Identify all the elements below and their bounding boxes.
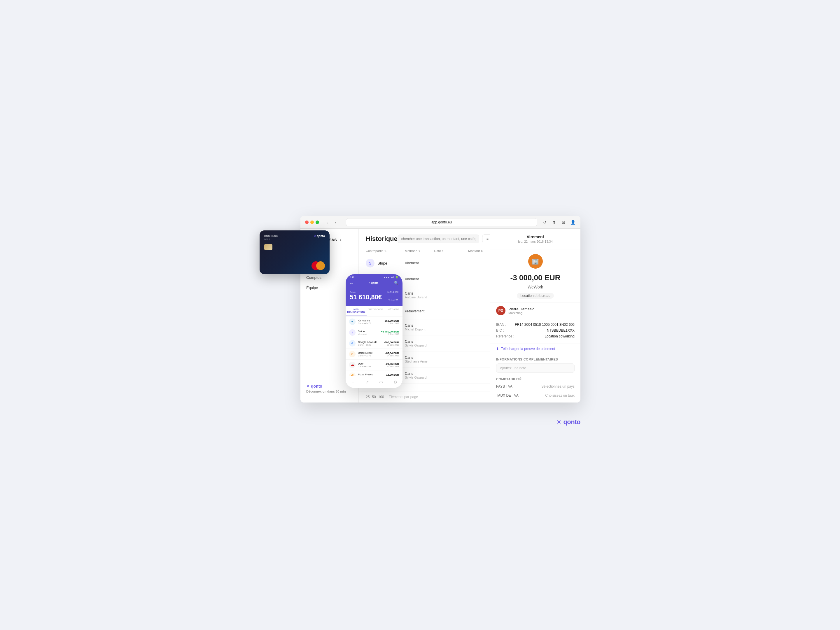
panel-user: PD Pierre Damasio Marketing bbox=[490, 302, 580, 319]
url-bar[interactable]: app.qonto.eu bbox=[346, 218, 537, 226]
refresh-icon[interactable]: ↺ bbox=[542, 219, 548, 225]
col-methode[interactable]: Méthode ⇅ bbox=[405, 249, 434, 253]
page-100[interactable]: 100 bbox=[378, 395, 384, 399]
phone-nav-settings[interactable]: ⚙ bbox=[391, 379, 399, 385]
mastercard-logo bbox=[311, 261, 325, 270]
traffic-light-red[interactable] bbox=[305, 221, 309, 224]
tx-right-google: -500,00 EUR 29 janv. 2018 bbox=[384, 341, 399, 346]
mobile-phone: 8:41 ▲▲▲ wifi 🔋 --- ✕ qonto 🔍 Solde + bbox=[346, 274, 403, 388]
section-compta-title: COMPTABILITÉ bbox=[490, 374, 580, 382]
list-item[interactable]: S Stripe Virement +8 750,00 EUR 2 févr. … bbox=[346, 327, 403, 338]
user-role: Marketing bbox=[508, 311, 575, 315]
page-25[interactable]: 25 bbox=[366, 395, 369, 399]
stripe-label: Stripe bbox=[377, 261, 387, 265]
phone-signal-icon: ▲▲▲ bbox=[384, 276, 390, 278]
tx-icon-uber: 🚗 bbox=[349, 362, 355, 368]
sort-icon-methode: ⇅ bbox=[418, 249, 421, 252]
merchant-icon: 🏢 bbox=[528, 254, 543, 268]
company-chevron-icon: ▾ bbox=[340, 238, 341, 242]
tx-info-airfrance: Air France Carte ••3478 bbox=[358, 319, 382, 325]
main-header: Historique ≡ Filtrer ⬆ Exporter bbox=[359, 229, 490, 247]
tx-icon-airfrance: ✈ bbox=[349, 319, 355, 325]
tx-info-pizza: Pizza Fresco Carte ••3484 bbox=[358, 373, 383, 376]
sort-icon-montant: ⇅ bbox=[481, 249, 483, 252]
mastercard-circle-yellow bbox=[316, 261, 325, 270]
tab-transactions[interactable]: MES TRANSACTIONS bbox=[346, 306, 366, 316]
col-contrepartie[interactable]: Contrepartie ⇅ bbox=[366, 249, 405, 253]
page-50[interactable]: 50 bbox=[372, 395, 376, 399]
copy-icon[interactable]: ⊡ bbox=[561, 219, 567, 225]
phone-balance-delta-pos: +4.014,03€ bbox=[387, 291, 398, 294]
panel-tag-area: Location de bureau bbox=[490, 289, 580, 302]
search-input[interactable] bbox=[398, 235, 479, 243]
list-item[interactable]: ✈ Air France Carte ••3478 -358,00 EUR 2 … bbox=[346, 316, 403, 327]
list-item[interactable]: 🚗 Uber Carte ••4593 -21,06 EUR 22 janv. … bbox=[346, 360, 403, 370]
filter-button[interactable]: ≡ Filtrer bbox=[482, 235, 490, 243]
phone-nav-back[interactable]: ← bbox=[349, 379, 357, 385]
page-title: Historique bbox=[366, 235, 398, 243]
card-label-area: BUSINESS DEBIT bbox=[264, 235, 278, 241]
phone-balance-area: Solde +4.014,03€ 51 610,80€ -610,34€ bbox=[346, 289, 403, 306]
phone-balance-main: 51 610,80€ bbox=[350, 294, 382, 301]
bic-label: BIC : bbox=[496, 328, 504, 333]
download-label: Télécharger la preuve de paiement bbox=[501, 347, 555, 351]
tx-icon-pizza: 🍕 bbox=[349, 373, 355, 376]
forward-button[interactable]: › bbox=[332, 219, 339, 226]
user-avatar: PD bbox=[496, 306, 505, 315]
card-chip bbox=[264, 244, 272, 250]
tab-methode[interactable]: MÉTHODE bbox=[384, 306, 403, 316]
col-date[interactable]: Date ↑ bbox=[434, 249, 464, 253]
reference-row: Référence : Location coworking bbox=[496, 334, 575, 338]
panel-tag[interactable]: Location de bureau bbox=[517, 293, 554, 298]
panel-amount: -3 000,00 EUR bbox=[490, 273, 580, 282]
list-item[interactable]: O Office Depot Carte ••2376 -87,34 EUR 2… bbox=[346, 349, 403, 360]
note-input[interactable]: Ajoutez une note bbox=[496, 363, 575, 373]
col-montant[interactable]: Montant ⇅ bbox=[463, 249, 483, 253]
compta-value-pays[interactable]: Sélectionnez un pays bbox=[542, 384, 575, 388]
sidebar-item-equipe-label: Équipe bbox=[306, 286, 318, 290]
phone-nav-card[interactable]: ▭ bbox=[377, 379, 385, 385]
card-qonto-icon: ✕ bbox=[314, 235, 316, 238]
tx-icon-stripe: S bbox=[349, 329, 355, 336]
qonto-text: qonto bbox=[311, 384, 322, 388]
phone-search-icon[interactable]: 🔍 bbox=[394, 281, 398, 285]
traffic-light-yellow[interactable] bbox=[310, 221, 314, 224]
qonto-icon: ✕ bbox=[306, 384, 310, 388]
phone-header-label: --- bbox=[350, 281, 353, 285]
sort-icon-contrepartie: ⇅ bbox=[384, 249, 387, 252]
table-row[interactable]: S Stripe Virement bbox=[359, 255, 490, 271]
back-button[interactable]: ‹ bbox=[324, 219, 331, 226]
user-icon[interactable]: 👤 bbox=[570, 219, 576, 225]
sort-icon-date: ↑ bbox=[442, 249, 443, 252]
tab-justificatif[interactable]: JUSTIFICATIF bbox=[366, 306, 385, 316]
brand-icon: ✕ bbox=[556, 418, 562, 426]
share-icon[interactable]: ⬆ bbox=[551, 219, 557, 225]
phone-statusbar: 8:41 ▲▲▲ wifi 🔋 bbox=[346, 274, 403, 279]
stripe-icon: S bbox=[366, 259, 374, 267]
row-company-stripe: S Stripe bbox=[366, 259, 405, 267]
stripe-method: Virement bbox=[405, 261, 434, 265]
tx-right-pizza: -13,90 EUR 20 janv. 2018 bbox=[385, 373, 399, 376]
phone-battery-icon: 🔋 bbox=[395, 276, 398, 278]
tx-right-office: -87,34 EUR 24 janv. 2018 bbox=[385, 352, 399, 357]
compta-label-taux: TAUX DE TVA bbox=[496, 393, 519, 398]
download-proof[interactable]: ⬇ Télécharger la preuve de paiement bbox=[490, 344, 580, 354]
tx-right-airfrance: -358,00 EUR 2 févr. 2018 bbox=[384, 319, 399, 324]
iban-row: IBAN : FR14 2004 0510 1005 0001 3N02 606 bbox=[496, 322, 575, 327]
download-icon: ⬇ bbox=[496, 347, 499, 351]
tx-icon-google: G bbox=[349, 340, 355, 346]
list-item[interactable]: 🍕 Pizza Fresco Carte ••3484 -13,90 EUR 2… bbox=[346, 370, 403, 376]
traffic-light-green[interactable] bbox=[316, 221, 319, 224]
reference-label: Référence : bbox=[496, 334, 514, 338]
traffic-lights bbox=[305, 221, 319, 224]
compta-value-taux[interactable]: Choisissez un taux bbox=[545, 393, 575, 398]
phone-header: --- ✕ qonto 🔍 bbox=[346, 279, 403, 289]
phone-status-icons: ▲▲▲ wifi 🔋 bbox=[384, 276, 398, 278]
card-bottom bbox=[264, 261, 325, 270]
bic-value: NTSBBDBE1XXX bbox=[547, 328, 575, 333]
phone-qonto-icon: ✕ bbox=[368, 281, 371, 284]
list-item[interactable]: G Google Adwords Carte ••6629 -500,00 EU… bbox=[346, 338, 403, 349]
google-method: Carte Antoine Durand bbox=[405, 291, 434, 299]
tx-right-uber: -21,06 EUR 22 janv. 2018 bbox=[385, 363, 399, 368]
phone-nav-send[interactable]: ↗ bbox=[363, 379, 371, 385]
